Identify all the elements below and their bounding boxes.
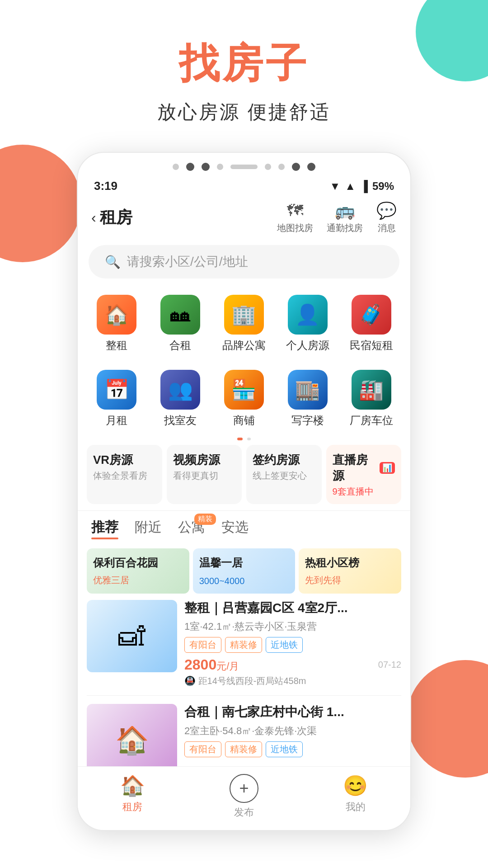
wifi-icon: ▼ (329, 180, 340, 193)
feature-sign-title: 签约房源 (253, 452, 315, 468)
feature-vr-sub: 体验全景看房 (93, 470, 156, 482)
listing-price-1: 2800元/月 (184, 656, 239, 673)
dot-4 (217, 164, 223, 170)
cat-label-pinpai: 品牌公寓 (222, 338, 266, 353)
tabs-row: 推荐 附近 公寓 精装 安选 (78, 510, 410, 544)
listing-info-1: 整租｜吕营嘉园C区 4室2厅... 1室·42.1㎡·慈云寺小区·玉泉营 有阳台… (184, 600, 401, 687)
tab-anxuan[interactable]: 安选 (221, 518, 249, 539)
nav-wode-icon: 😊 (343, 774, 368, 797)
cat-label-hezu: 合租 (169, 338, 191, 353)
feature-vr-title: VR房源 (93, 452, 156, 468)
nav-back[interactable]: ‹ 租房 (91, 207, 132, 229)
phone-mockup: 3:19 ▼ ▲ ▐ 59% ‹ 租房 🗺 地图找房 🚌 通勤找房 💬 消息 (77, 152, 411, 831)
listing-image-1: 🛋 (87, 600, 177, 672)
tag-jingzhuang: 精装修 (225, 637, 262, 653)
feature-video-sub: 看得更真切 (173, 470, 236, 482)
cat-shiyu[interactable]: 👥 找室友 (149, 365, 212, 434)
feature-sign[interactable]: 签约房源 线上签更安心 (246, 445, 322, 504)
battery-icon: ▐ (360, 180, 368, 193)
phone-dots (78, 153, 410, 175)
cat-label-zhenzu: 整租 (106, 338, 127, 353)
cat-minsu[interactable]: 🧳 民宿短租 (339, 290, 403, 359)
dot-3 (202, 163, 210, 171)
tab-fujin[interactable]: 附近 (135, 518, 162, 539)
listing-info-2: 合租｜南七家庄村中心街 1... 2室主卧·54.8㎡·金泰先锋·次渠 有阳台 … (184, 704, 401, 776)
battery-percent: 59% (372, 180, 394, 193)
tab-tuijian[interactable]: 推荐 (91, 518, 118, 539)
tab-gongyu[interactable]: 公寓 精装 (178, 518, 205, 539)
tag-jingzhuang-2: 精装修 (225, 741, 262, 757)
feature-video[interactable]: 视频房源 看得更真切 (167, 445, 242, 504)
category-grid-row2: 📅 月租 👥 找室友 🏪 商铺 🏬 写字楼 🏭 厂房车位 (78, 361, 410, 436)
nav-fabu[interactable]: + 发布 (230, 774, 258, 819)
nav-message-icon[interactable]: 💬 消息 (376, 201, 397, 234)
category-grid-row1: 🏠 整租 🏘 合租 🏢 品牌公寓 👤 个人房源 🧳 民宿短租 (78, 286, 410, 361)
nav-zufang-icon: 🏠 (120, 774, 145, 797)
cat-icon-xieziou: 🏬 (288, 370, 328, 410)
feature-vr[interactable]: VR房源 体验全景看房 (87, 445, 162, 504)
bg-decoration-orange-top (0, 145, 81, 262)
cat-icon-minsu: 🧳 (352, 295, 391, 335)
nav-bar: ‹ 租房 🗺 地图找房 🚌 通勤找房 💬 消息 (78, 197, 410, 241)
page-indicator (78, 438, 410, 440)
listing-meta-1: 2800元/月 07-12 (184, 656, 401, 673)
cat-hezu[interactable]: 🏘 合租 (149, 290, 212, 359)
dot-long (230, 165, 258, 169)
nav-add-icon: + (230, 774, 258, 803)
dot-7 (292, 163, 300, 171)
promo-card-3[interactable]: 热租小区榜 先到先得 (299, 548, 401, 594)
listing-title-2: 合租｜南七家庄村中心街 1... (184, 704, 401, 720)
feature-live-sub: 9套直播中 (333, 486, 395, 498)
feature-sign-sub: 线上签更安心 (253, 470, 315, 482)
bottom-nav: 🏠 租房 + 发布 😊 我的 (78, 766, 410, 830)
tag-yangtai: 有阳台 (184, 637, 221, 653)
tag-ditie-2: 近地铁 (266, 741, 303, 757)
cat-icon-hezu: 🏘 (160, 295, 200, 335)
listing-date-1: 07-12 (378, 660, 401, 670)
cat-geren[interactable]: 👤 个人房源 (276, 290, 339, 359)
cat-icon-geren: 👤 (288, 295, 328, 335)
cat-icon-shiyu: 👥 (160, 370, 200, 410)
cat-label-minsu: 民宿短租 (350, 338, 393, 353)
promo-banner: 保利百合花园 优雅三居 温馨一居 3000~4000 热租小区榜 先到先得 (87, 548, 401, 594)
cat-icon-shangpu: 🏪 (224, 370, 264, 410)
dot-2 (186, 163, 194, 171)
nav-map-icon[interactable]: 🗺 地图找房 (277, 201, 313, 234)
cat-shangpu[interactable]: 🏪 商铺 (212, 365, 276, 434)
listing-title-1: 整租｜吕营嘉园C区 4室2厅... (184, 600, 401, 616)
listing-detail-1: 1室·42.1㎡·慈云寺小区·玉泉营 (184, 620, 401, 633)
search-bar[interactable]: 🔍 请搜索小区/公司/地址 (89, 245, 399, 278)
dot-8 (307, 163, 315, 171)
cat-zhenzu[interactable]: 🏠 整租 (85, 290, 149, 359)
promo-sub-2: 3000~4000 (199, 576, 289, 586)
dot-6 (278, 164, 285, 170)
cat-label-xieziou: 写字楼 (291, 413, 324, 428)
cat-xieziou[interactable]: 🏬 写字楼 (276, 365, 339, 434)
signal-icon: ▲ (345, 180, 356, 193)
cat-changfang[interactable]: 🏭 厂房车位 (339, 365, 403, 434)
feature-live[interactable]: 直播房源 📊 9套直播中 (326, 445, 402, 504)
page-header: 找房子 放心房源 便捷舒适 (0, 0, 488, 138)
nav-zufang[interactable]: 🏠 租房 (120, 774, 145, 819)
listing-tags-1: 有阳台 精装修 近地铁 (184, 637, 401, 653)
nav-title: 租房 (100, 207, 132, 229)
cat-pinpai[interactable]: 🏢 品牌公寓 (212, 290, 276, 359)
listing-tags-2: 有阳台 精装修 近地铁 (184, 741, 401, 757)
bg-decoration-orange-bottom (407, 660, 488, 778)
status-bar: 3:19 ▼ ▲ ▐ 59% (78, 175, 410, 197)
promo-title-3: 热租小区榜 (305, 556, 395, 570)
page-dot-active (237, 438, 243, 440)
dot-5 (265, 164, 271, 170)
cat-label-geren: 个人房源 (286, 338, 329, 353)
promo-card-1[interactable]: 保利百合花园 优雅三居 (87, 548, 189, 594)
nav-commute-icon[interactable]: 🚌 通勤找房 (327, 201, 363, 234)
cat-yueze[interactable]: 📅 月租 (85, 365, 149, 434)
promo-card-2[interactable]: 温馨一居 3000~4000 (193, 548, 296, 594)
back-icon: ‹ (91, 209, 96, 226)
listing-image-2: 🏠 (87, 704, 177, 776)
nav-right-icons: 🗺 地图找房 🚌 通勤找房 💬 消息 (277, 201, 397, 234)
live-badge: 📊 (380, 462, 395, 474)
promo-title-1: 保利百合花园 (93, 556, 183, 570)
nav-wode[interactable]: 😊 我的 (343, 774, 368, 819)
listing-card-1[interactable]: 🛋 整租｜吕营嘉园C区 4室2厅... 1室·42.1㎡·慈云寺小区·玉泉营 有… (87, 600, 401, 696)
